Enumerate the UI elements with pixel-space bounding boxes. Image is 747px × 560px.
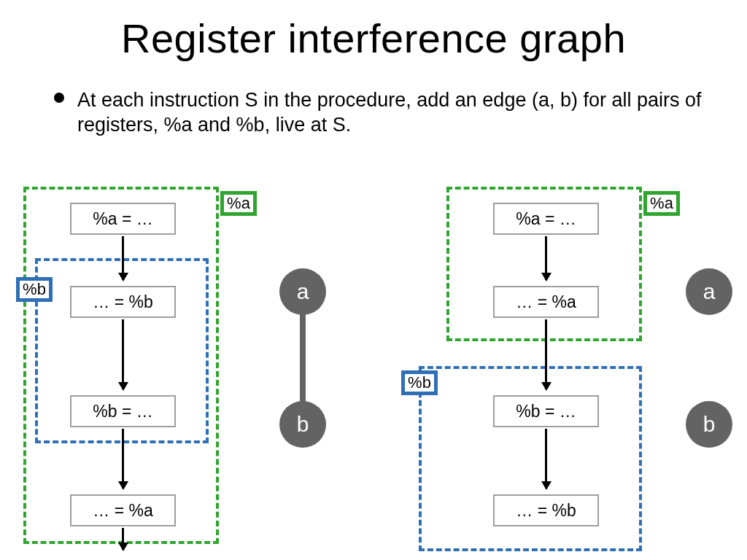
left-arrow-3 — [122, 429, 124, 489]
right-arrow-2 — [545, 319, 547, 389]
left-instr-4: … = %a — [70, 494, 176, 526]
right-graph-node-b: b — [686, 401, 732, 448]
right-instr-2: … = %a — [493, 286, 599, 318]
left-instr-1: %a = … — [70, 203, 176, 235]
left-instr-3: %b = … — [70, 395, 176, 427]
diagram-stage: %a %b %a = … … = %b %b = … … = %a a b %a… — [0, 182, 747, 560]
right-arrow-3 — [545, 429, 547, 489]
bullet-dot-icon — [54, 93, 64, 103]
right-instr-3: %b = … — [493, 395, 599, 427]
left-graph-edge — [300, 306, 306, 408]
right-graph-node-a: a — [686, 268, 732, 315]
left-instr-2: … = %b — [70, 286, 176, 318]
left-arrow-4 — [122, 528, 124, 550]
bullet-item: At each instruction S in the procedure, … — [54, 88, 703, 138]
left-tag-b: %b — [16, 277, 53, 302]
right-arrow-1 — [545, 236, 547, 280]
slide-title: Register interference graph — [0, 0, 747, 62]
bullet-text: At each instruction S in the procedure, … — [77, 88, 703, 138]
left-tag-a: %a — [220, 191, 257, 216]
right-instr-1: %a = … — [493, 203, 599, 235]
left-arrow-2 — [122, 319, 124, 389]
right-instr-4: … = %b — [493, 494, 599, 526]
left-arrow-1 — [122, 236, 124, 280]
left-graph-node-a: a — [279, 268, 326, 315]
right-tag-a: %a — [643, 191, 680, 216]
left-graph-node-b: b — [279, 401, 326, 448]
right-tag-b: %b — [401, 370, 438, 395]
